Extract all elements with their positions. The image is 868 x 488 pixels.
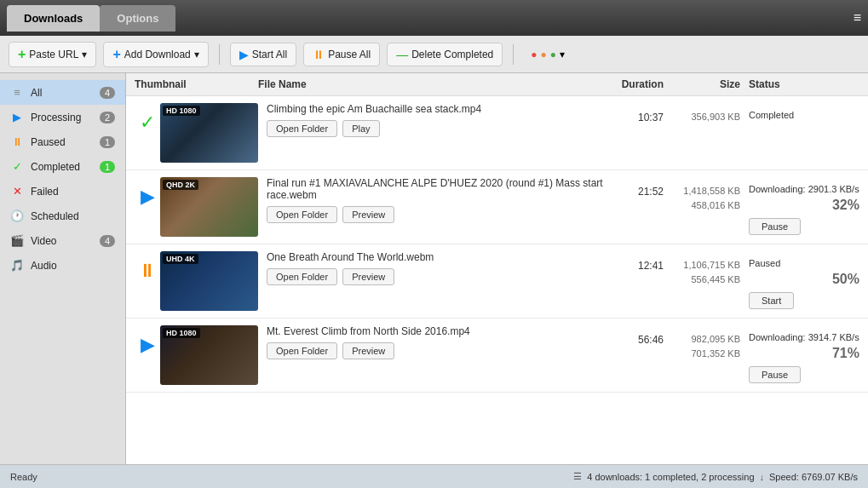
header-size: Size (664, 78, 740, 90)
downloads-summary: 4 downloads: 1 completed, 2 processing (587, 472, 754, 482)
paste-url-button[interactable]: + Paste URL ▾ (9, 42, 96, 67)
item-3-start-button[interactable]: Start (749, 292, 794, 309)
download-item-1: ✓ HD 1080 Climbing the epic Am Buachaill… (126, 96, 868, 170)
status-right: ☰ 4 downloads: 1 completed, 2 processing… (573, 471, 858, 482)
dot-green: ● (550, 49, 556, 60)
sidebar-item-all[interactable]: ≡ All 4 (0, 80, 125, 105)
all-badge: 4 (100, 87, 115, 99)
item-3-details: One Breath Around The World.webm Open Fo… (258, 251, 612, 285)
item-4-details: Mt. Everest Climb from North Side 2016.m… (258, 325, 612, 359)
item-3-filename: One Breath Around The World.webm (267, 251, 612, 263)
sidebar-audio-label: Audio (31, 260, 57, 272)
tab-options[interactable]: Options (100, 5, 175, 32)
item-2-status-text: Downloading: 2901.3 KB/s (749, 184, 859, 194)
paused-pause-icon: ⏸ (138, 260, 157, 282)
item-4-filename: Mt. Everest Climb from North Side 2016.m… (267, 325, 612, 337)
sidebar-video-label: Video (31, 235, 56, 247)
list-icon: ≡ (10, 86, 24, 99)
sidebar-item-scheduled[interactable]: 🕐 Scheduled (0, 204, 125, 228)
item-1-filename: Climbing the epic Am Buachaille sea stac… (267, 103, 612, 115)
sidebar-all-label: All (31, 87, 42, 99)
downloads-summary-icon: ☰ (573, 471, 582, 482)
video-badge: 4 (100, 235, 115, 247)
dot-red: ● (531, 49, 537, 60)
item-1-size: 356,903 KB (664, 103, 740, 124)
header-status: Status (740, 78, 859, 90)
delete-completed-icon: — (396, 48, 408, 61)
sidebar-processing-label: Processing (31, 112, 81, 123)
item-3-duration: 12:41 (612, 251, 664, 272)
status-ready: Ready (10, 472, 37, 482)
item-1-open-folder-button[interactable]: Open Folder (267, 120, 337, 137)
tab-downloads[interactable]: Downloads (7, 5, 100, 32)
item-1-quality-badge: HD 1080 (163, 106, 200, 116)
item-1-thumbnail: HD 1080 (160, 103, 258, 163)
item-1-play-button[interactable]: Play (342, 120, 379, 137)
item-4-play-icon: ▶ (141, 334, 155, 356)
header-thumbnail: Thumbnail (135, 78, 258, 90)
main-area: ≡ All 4 ▶ Processing 2 ⏸ Paused 1 ✓ Comp… (0, 73, 868, 464)
sidebar-item-failed[interactable]: ✕ Failed (0, 179, 125, 204)
add-download-plus-icon: + (112, 47, 120, 62)
item-4-actions: Open Folder Preview (267, 342, 612, 359)
header-duration: Duration (612, 78, 664, 90)
pause-all-icon: ⏸ (313, 48, 325, 61)
delete-completed-button[interactable]: — Delete Completed (387, 43, 503, 66)
pause-all-button[interactable]: ⏸ Pause All (303, 43, 380, 66)
completed-check-icon: ✓ (140, 112, 155, 134)
item-2-actions: Open Folder Preview (267, 206, 612, 223)
more-options-button[interactable]: ● ● ● ▾ (524, 44, 572, 65)
sidebar-completed-label: Completed (31, 161, 80, 173)
item-3-preview-button[interactable]: Preview (342, 268, 394, 285)
item-3-open-folder-button[interactable]: Open Folder (267, 268, 337, 285)
item-4-status-icon: ▶ (135, 325, 160, 356)
item-2-preview-button[interactable]: Preview (342, 206, 394, 223)
add-download-button[interactable]: + Add Download ▾ (103, 42, 208, 67)
completed-badge: 1 (100, 161, 115, 173)
toolbar: + Paste URL ▾ + Add Download ▾ ▶ Start A… (0, 36, 868, 73)
item-3-status-icon: ⏸ (135, 251, 160, 282)
item-1-status-icon: ✓ (135, 103, 160, 134)
failed-icon: ✕ (10, 185, 24, 198)
completed-icon: ✓ (10, 160, 24, 173)
item-4-size: 982,095 KB 701,352 KB (664, 325, 740, 360)
audio-icon: 🎵 (10, 259, 24, 272)
start-all-button[interactable]: ▶ Start All (230, 43, 296, 66)
content-area: Thumbnail File Name Duration Size Status… (126, 73, 868, 464)
item-1-details: Climbing the epic Am Buachaille sea stac… (258, 103, 612, 137)
paused-icon: ⏸ (10, 135, 24, 148)
sidebar-item-paused[interactable]: ⏸ Paused 1 (0, 129, 125, 154)
header-filename: File Name (258, 78, 612, 90)
sidebar-item-processing[interactable]: ▶ Processing 2 (0, 105, 125, 129)
item-1-actions: Open Folder Play (267, 120, 612, 137)
item-2-size: 1,418,558 KB 458,016 KB (664, 177, 740, 212)
item-4-status-text: Downloading: 3914.7 KB/s (749, 332, 859, 342)
sidebar-item-completed[interactable]: ✓ Completed 1 (0, 154, 125, 179)
item-2-thumbnail: QHD 2K (160, 177, 258, 237)
item-2-pause-button[interactable]: Pause (749, 218, 801, 235)
item-1-duration: 10:37 (612, 103, 664, 123)
dots-arrow-icon: ▾ (560, 49, 565, 60)
item-2-open-folder-button[interactable]: Open Folder (267, 206, 337, 223)
item-4-progress: 71% (749, 346, 859, 361)
sidebar-item-audio[interactable]: 🎵 Audio (0, 253, 125, 278)
add-download-arrow-icon: ▾ (194, 49, 199, 60)
status-bar: Ready ☰ 4 downloads: 1 completed, 2 proc… (0, 464, 868, 488)
item-4-preview-button[interactable]: Preview (342, 342, 394, 359)
start-all-label: Start All (252, 49, 287, 60)
item-4-pause-button[interactable]: Pause (749, 366, 801, 383)
sidebar-item-video[interactable]: 🎬 Video 4 (0, 228, 125, 253)
speed-label: Speed: 6769.07 KB/s (769, 472, 858, 482)
download-item-3: ⏸ UHD 4K One Breath Around The World.web… (126, 244, 868, 319)
item-2-progress: 32% (749, 198, 859, 213)
toolbar-sep-1 (219, 44, 220, 65)
item-3-size: 1,106,715 KB 556,445 KB (664, 251, 740, 286)
item-2-duration: 21:52 (612, 177, 664, 198)
item-2-status-icon: ▶ (135, 177, 160, 208)
pause-all-label: Pause All (328, 49, 371, 60)
item-4-quality-badge: HD 1080 (163, 328, 200, 338)
start-all-play-icon: ▶ (239, 48, 249, 61)
scheduled-icon: 🕐 (10, 210, 24, 222)
item-4-open-folder-button[interactable]: Open Folder (267, 342, 337, 359)
menu-icon[interactable]: ≡ (854, 10, 861, 26)
